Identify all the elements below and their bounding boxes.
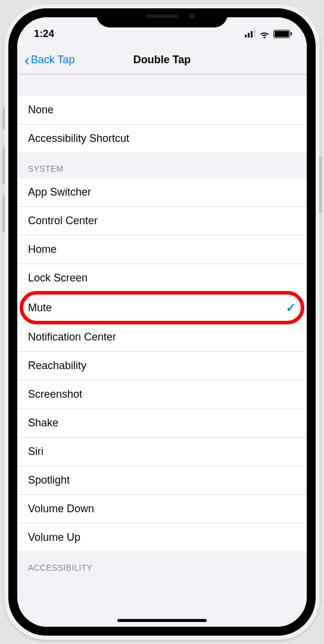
volume-down-hw-button bbox=[2, 195, 5, 232]
list-item-siri[interactable]: Siri bbox=[17, 438, 307, 466]
list-item-label: Siri bbox=[28, 445, 43, 458]
list-item-label: Accessibility Shortcut bbox=[28, 132, 129, 145]
power-button bbox=[319, 156, 322, 213]
list-item-mute[interactable]: Mute ✓ bbox=[17, 293, 307, 323]
list-item-label: Lock Screen bbox=[28, 272, 88, 284]
list-item-label: Screenshot bbox=[28, 388, 82, 401]
list-item-label: Home bbox=[28, 243, 57, 256]
wifi-icon bbox=[259, 30, 270, 38]
list-item-notification-center[interactable]: Notification Center bbox=[17, 323, 307, 352]
section-header-accessibility: ACCESSIBILITY bbox=[17, 552, 307, 577]
list-item-app-switcher[interactable]: App Switcher bbox=[17, 178, 307, 207]
phone-frame: 1:24 ‹ Back Tap bbox=[4, 4, 320, 640]
list-item-label: Spotlight bbox=[28, 474, 70, 487]
list-item-reachability[interactable]: Reachability bbox=[17, 352, 307, 380]
list-item-label: Reachability bbox=[28, 360, 86, 372]
notch bbox=[96, 8, 228, 27]
chevron-left-icon: ‹ bbox=[24, 52, 30, 68]
list-item-volume-down[interactable]: Volume Down bbox=[17, 495, 307, 524]
content-scroll[interactable]: None Accessibility Shortcut SYSTEM App S… bbox=[17, 75, 307, 627]
status-icons bbox=[245, 30, 290, 38]
list-item-home[interactable]: Home bbox=[17, 236, 307, 264]
page-title: Double Tap bbox=[133, 54, 191, 66]
list-item-shake[interactable]: Shake bbox=[17, 409, 307, 438]
highlight-annotation bbox=[20, 291, 304, 324]
status-time: 1:24 bbox=[34, 28, 54, 40]
back-button-label: Back Tap bbox=[31, 54, 75, 66]
list-item-spotlight[interactable]: Spotlight bbox=[17, 466, 307, 495]
list-item-volume-up[interactable]: Volume Up bbox=[17, 524, 307, 552]
list-item-label: Mute bbox=[28, 302, 52, 314]
list-item-screenshot[interactable]: Screenshot bbox=[17, 380, 307, 409]
home-indicator[interactable] bbox=[117, 619, 207, 622]
list-item-label: Control Center bbox=[28, 215, 98, 227]
list-item-none[interactable]: None bbox=[17, 96, 307, 125]
checkmark-icon: ✓ bbox=[286, 301, 296, 315]
battery-icon bbox=[273, 30, 290, 38]
back-button[interactable]: ‹ Back Tap bbox=[24, 52, 74, 68]
list-item-label: App Switcher bbox=[28, 186, 91, 199]
list-item-accessibility-shortcut[interactable]: Accessibility Shortcut bbox=[17, 125, 307, 153]
section-spacer bbox=[17, 75, 307, 96]
list-item-label: None bbox=[28, 104, 54, 116]
list-item-label: Shake bbox=[28, 417, 58, 429]
list-item-control-center[interactable]: Control Center bbox=[17, 207, 307, 236]
list-item-label: Notification Center bbox=[28, 331, 116, 343]
section-header-system: SYSTEM bbox=[17, 153, 307, 178]
cellular-signal-icon bbox=[245, 30, 256, 38]
phone-bezel: 1:24 ‹ Back Tap bbox=[8, 8, 316, 636]
screen: 1:24 ‹ Back Tap bbox=[17, 17, 307, 627]
list-item-label: Volume Down bbox=[28, 503, 94, 515]
nav-bar: ‹ Back Tap Double Tap bbox=[17, 46, 307, 75]
list-item-lock-screen[interactable]: Lock Screen bbox=[17, 264, 307, 293]
list-item-label: Volume Up bbox=[28, 531, 80, 544]
mute-switch bbox=[2, 109, 5, 129]
volume-up-hw-button bbox=[2, 147, 5, 184]
